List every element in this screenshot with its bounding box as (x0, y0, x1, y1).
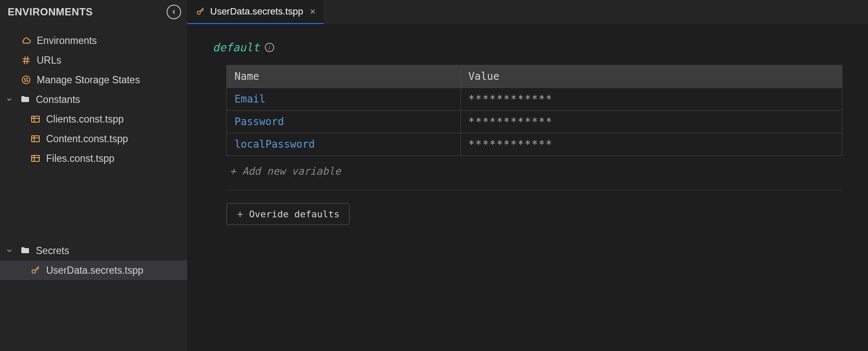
sidebar-group-constants[interactable]: Constants (0, 90, 187, 109)
main: UserData.secrets.tspp default i Name Val… (187, 0, 868, 351)
cookie-icon (21, 75, 32, 85)
tab-label: UserData.secrets.tspp (210, 6, 303, 17)
svg-point-5 (24, 79, 25, 79)
sidebar-item-urls[interactable]: URLs (0, 50, 187, 70)
divider (226, 190, 842, 190)
var-value-cell[interactable]: ************ (460, 88, 842, 111)
sidebar-item-userdata-secrets[interactable]: UserData.secrets.tspp (0, 260, 187, 280)
close-icon (309, 8, 316, 15)
sidebar-item-label: URLs (37, 55, 62, 66)
svg-point-7 (25, 81, 26, 82)
svg-line-3 (27, 56, 28, 64)
sidebar-item-files-const[interactable]: Files.const.tspp (0, 149, 187, 168)
sidebar-item-label: Files.const.tspp (46, 153, 114, 164)
tab-userdata-secrets[interactable]: UserData.secrets.tspp (187, 0, 324, 24)
svg-point-18 (32, 270, 35, 273)
sidebar-item-label: Clients.const.tspp (46, 114, 124, 125)
chevron-down-icon (4, 96, 15, 103)
col-header-value: Value (460, 65, 842, 88)
sidebar-header: ENVIRONMENTS (0, 0, 187, 24)
info-icon[interactable]: i (265, 43, 274, 52)
folder-icon (20, 94, 31, 105)
table-icon (30, 114, 41, 124)
svg-line-2 (24, 56, 25, 64)
var-name-cell[interactable]: localPassword (227, 133, 461, 156)
folder-icon (20, 246, 31, 256)
svg-point-19 (197, 11, 200, 14)
sidebar-item-storage[interactable]: Manage Storage States (0, 70, 187, 90)
tab-close-button[interactable] (308, 6, 318, 17)
sidebar: ENVIRONMENTS Environments URLs Manage St… (0, 0, 187, 351)
sidebar-item-environments[interactable]: Environments (0, 31, 187, 50)
table-row[interactable]: localPassword ************ (227, 133, 842, 156)
var-name-cell[interactable]: Email (227, 88, 461, 111)
key-icon (30, 265, 41, 275)
collapse-sidebar-button[interactable] (167, 5, 181, 19)
sidebar-tree: Environments URLs Manage Storage States … (0, 24, 187, 280)
tab-bar: UserData.secrets.tspp (187, 0, 868, 24)
sidebar-title: ENVIRONMENTS (8, 6, 93, 18)
sidebar-item-label: Content.const.tspp (46, 133, 128, 145)
var-value-cell[interactable]: ************ (460, 133, 842, 156)
sidebar-item-label: Environments (37, 35, 97, 47)
chevron-down-icon (4, 247, 15, 254)
table-icon (30, 134, 41, 144)
svg-point-8 (27, 80, 28, 81)
section-heading: default i (213, 41, 842, 54)
key-icon (195, 7, 206, 16)
table-row[interactable]: Email ************ (227, 88, 842, 111)
var-value-cell[interactable]: ************ (460, 111, 842, 133)
override-defaults-label: Overide defaults (249, 209, 340, 219)
table-icon (30, 153, 41, 164)
sidebar-item-label: Manage Storage States (37, 74, 140, 86)
svg-rect-15 (32, 155, 39, 161)
override-defaults-button[interactable]: Overide defaults (226, 203, 349, 225)
sidebar-group-secrets[interactable]: Secrets (0, 241, 187, 260)
svg-point-4 (22, 76, 30, 84)
chevron-left-icon (170, 9, 177, 15)
svg-point-6 (26, 78, 27, 79)
sidebar-item-label: UserData.secrets.tspp (46, 265, 144, 276)
add-variable-button[interactable]: + Add new variable (226, 156, 842, 187)
svg-rect-12 (32, 136, 39, 142)
svg-rect-9 (32, 116, 39, 122)
var-name-cell[interactable]: Password (227, 111, 461, 133)
cloud-icon (21, 35, 32, 46)
table-row[interactable]: Password ************ (227, 111, 842, 133)
sidebar-group-label: Constants (36, 94, 80, 105)
col-header-name: Name (227, 65, 461, 88)
editor-body: default i Name Value Email ************ (187, 24, 868, 351)
section-label: default (213, 41, 260, 54)
plus-icon (236, 211, 244, 218)
table-header-row: Name Value (227, 65, 842, 88)
sidebar-item-content-const[interactable]: Content.const.tspp (0, 129, 187, 149)
sidebar-item-clients-const[interactable]: Clients.const.tspp (0, 109, 187, 129)
hash-icon (21, 55, 32, 65)
sidebar-group-label: Secrets (36, 245, 69, 257)
variables-table: Name Value Email ************ Password *… (226, 65, 842, 156)
